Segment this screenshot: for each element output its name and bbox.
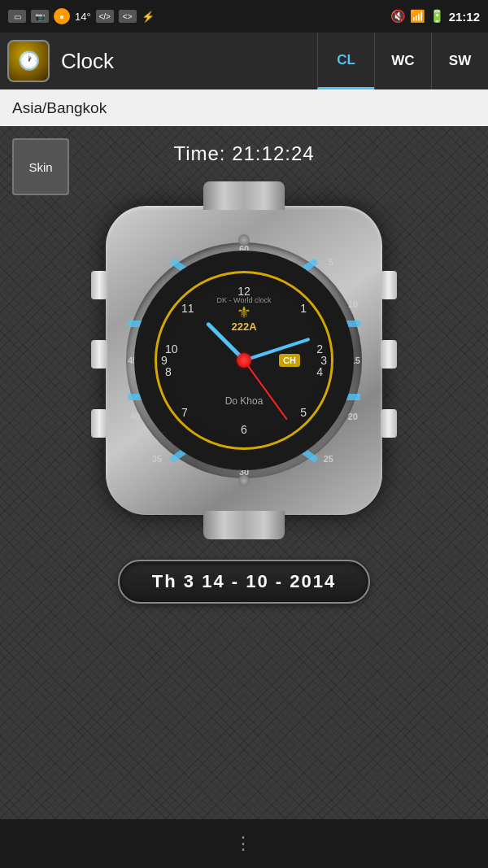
timezone-label: Asia/Bangkok <box>12 99 107 117</box>
tab-wc[interactable]: WC <box>374 33 431 89</box>
clock-maker: Do Khoa <box>225 395 264 407</box>
bot-crown-dot <box>238 475 250 486</box>
clock-num-10: 10 <box>165 342 178 355</box>
status-right: 🔇 📶 🔋 21:12 <box>390 9 480 24</box>
watch-case: 60 5 10 15 20 25 30 35 40 45 <box>94 177 394 543</box>
clock-num-6: 6 <box>241 423 247 436</box>
bezel-num-40: 40 <box>130 412 140 421</box>
clock-brand: DK - World clock ⚜ 222A <box>217 296 272 333</box>
clock-num-8: 8 <box>165 365 172 378</box>
clock-num-11: 11 <box>181 302 194 315</box>
status-code2-icon: <> <box>119 10 137 23</box>
strap-top <box>203 181 285 210</box>
app-header: 🕐 Clock CL WC SW <box>0 33 488 89</box>
header-tabs: CL WC SW <box>317 33 488 89</box>
clock-face: DK - World clock ⚜ 222A 12 1 2 3 4 5 6 <box>155 271 333 450</box>
status-time: 21:12 <box>449 10 480 24</box>
watch-body: 60 5 10 15 20 25 30 35 40 45 <box>106 206 382 515</box>
second-hand <box>243 360 288 420</box>
clock-model: 222A <box>217 321 272 333</box>
status-camera-icon: 📷 <box>31 10 49 23</box>
minute-ring: DK - World clock ⚜ 222A 12 1 2 3 4 5 6 <box>134 251 354 470</box>
clock-num-4: 4 <box>316 365 323 378</box>
status-left: ▭ 📷 ● 14° </> <> ⚡ <box>8 8 155 24</box>
watch-container: 60 5 10 15 20 25 30 35 40 45 <box>94 177 394 543</box>
strap-bot <box>203 511 285 539</box>
status-bar: ▭ 📷 ● 14° </> <> ⚡ 🔇 📶 🔋 21:12 <box>0 0 488 33</box>
crown-right-mid[interactable] <box>381 340 397 369</box>
status-usb-icon: ⚡ <box>142 11 155 23</box>
minute-hand <box>243 338 310 362</box>
crown-right-bot[interactable] <box>381 409 397 438</box>
status-temp: 14° <box>75 11 91 23</box>
clock-fleur-icon: ⚜ <box>217 304 272 321</box>
app-icon: 🕐 <box>7 40 50 82</box>
status-screen-icon: ▭ <box>8 10 26 23</box>
ch-badge: CH <box>279 354 300 367</box>
center-dot <box>237 353 251 368</box>
bezel-ring: 60 5 10 15 20 25 30 35 40 45 <box>126 242 362 478</box>
skin-label: Skin <box>28 160 52 174</box>
main-content: Skin Time: 21:12:24 <box>0 126 488 819</box>
date-display: Th 3 14 - 10 - 2014 <box>118 560 370 604</box>
status-code-icon: </> <box>96 10 114 23</box>
crown-right-top[interactable] <box>381 271 397 299</box>
status-signal-icon: 📶 <box>410 9 425 24</box>
status-orange-icon: ● <box>54 8 70 24</box>
clock-num-5: 5 <box>300 406 307 419</box>
bezel-num-5: 5 <box>329 257 333 267</box>
clock-num-12: 12 <box>237 285 251 298</box>
skin-button[interactable]: Skin <box>12 138 69 195</box>
timezone-bar: Asia/Bangkok <box>0 89 488 126</box>
crown-left-top[interactable] <box>91 271 107 299</box>
bezel-num-20: 20 <box>348 412 358 421</box>
clock-num-9: 9 <box>161 354 168 367</box>
bezel-num-10: 10 <box>348 299 358 309</box>
app-title: Clock <box>57 49 317 74</box>
status-battery-icon: 🔋 <box>429 9 445 24</box>
bottom-bar: ⋮ <box>0 819 488 868</box>
clock-num-1: 1 <box>300 302 307 315</box>
time-display: Time: 21:12:24 <box>173 142 314 165</box>
crown-left-bot[interactable] <box>91 409 107 438</box>
bezel-num-35: 35 <box>152 454 162 464</box>
bezel-num-25: 25 <box>324 454 333 464</box>
tab-cl[interactable]: CL <box>317 33 374 89</box>
crown-left-mid[interactable] <box>91 340 107 369</box>
app-icon-wrap: 🕐 <box>0 33 57 89</box>
clock-num-7: 7 <box>181 406 188 419</box>
more-options-button[interactable]: ⋮ <box>234 833 255 854</box>
tab-sw[interactable]: SW <box>431 33 488 89</box>
status-mute-icon: 🔇 <box>390 9 406 24</box>
